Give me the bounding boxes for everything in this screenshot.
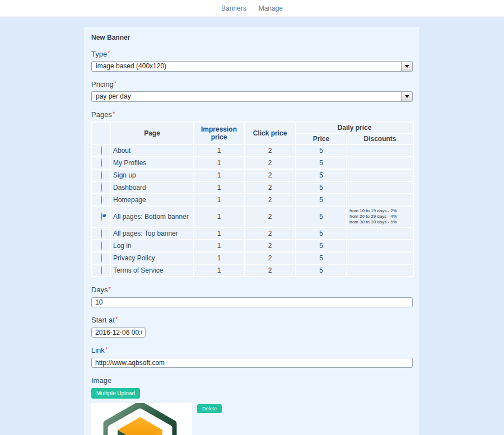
type-select[interactable]: image based (400x120) [91,61,413,72]
page-radio[interactable] [101,229,102,238]
discounts-cell [347,144,413,157]
page-radio[interactable] [101,158,102,167]
page-radio[interactable] [101,171,102,180]
daily-price: 5 [296,194,347,206]
pricing-label: Pricing* [91,80,413,88]
impression-price: 1 [194,181,244,194]
delete-image-button[interactable]: Delete [197,404,222,413]
required-asterisk: * [115,316,118,322]
image-preview-row: Delete [91,403,413,435]
required-asterisk: * [113,110,115,117]
click-price: 2 [244,181,296,194]
discounts-cell [347,194,413,206]
page-name: My Profiles [110,157,194,169]
page-radio[interactable] [101,146,102,155]
discounts-column-header: Discounts [347,133,413,144]
link-input[interactable] [91,358,413,368]
new-banner-panel: New Banner Type* image based (400x120) P… [84,27,419,435]
impression-price: 1 [194,144,244,157]
page-name: Privacy Policy [110,252,194,264]
click-price: 2 [244,264,296,277]
table-row: All pages: Top banner 1 2 5 [92,227,413,240]
page-radio[interactable] [101,254,102,263]
type-field-group: Type* image based (400x120) [91,50,413,72]
page-name: Terms of Service [110,264,194,277]
required-asterisk: * [109,286,111,292]
impression-price: 1 [194,252,244,264]
page-name: About [110,144,194,157]
type-label: Type* [91,50,413,58]
page-radio[interactable] [101,241,102,250]
days-field-group: Days* [91,286,413,307]
nav-item-banners[interactable]: Banners [221,4,246,12]
discounts-cell [347,181,413,194]
top-navbar: Banners Manage [0,0,504,17]
page-radio[interactable] [101,195,102,204]
daily-price: 5 [296,206,347,227]
table-row: Sign up 1 2 5 [92,169,413,181]
daily-price: 5 [296,227,347,240]
daily-price: 5 [296,157,347,169]
page-radio[interactable] [101,183,102,192]
start-at-field-group: Start at* [91,316,413,338]
discount-line: from 10 to 19 days - 2% [349,208,410,214]
image-label: Image [91,376,413,385]
price-column-header: Price [296,133,347,144]
impression-price: 1 [194,227,244,240]
required-asterisk: * [105,346,108,353]
discounts-cell [347,227,413,240]
page: Banners Manage New Banner Type* image ba… [0,0,504,435]
page-name: Dashboard [110,181,194,194]
table-row-selected: All pages: Bottom banner 1 2 5 from 10 t… [92,206,413,227]
daily-price: 5 [296,240,347,252]
daily-price: 5 [296,144,347,157]
discounts-cell: from 10 to 19 days - 2% from 20 to 29 da… [347,206,413,227]
click-column-header: Click price [244,122,296,144]
pricing-select-value: pay per day [92,92,401,101]
discounts-cell [347,264,413,277]
nav-item-manage[interactable]: Manage [259,4,283,12]
click-price: 2 [244,240,296,252]
discounts-cell [347,252,413,264]
page-name: Log in [110,240,194,252]
pricing-select[interactable]: pay per day [91,91,413,102]
impression-price: 1 [194,206,244,227]
discounts-cell [347,157,413,169]
radio-column-header [92,122,110,144]
dropdown-arrow-icon[interactable] [401,62,412,71]
pages-field-group: Pages* Page Impression price Click price… [91,110,413,277]
click-price: 2 [244,252,296,264]
dropdown-arrow-icon[interactable] [401,92,412,101]
required-asterisk: * [108,50,110,57]
page-name: All pages: Bottom banner [110,206,194,227]
click-price: 2 [244,169,296,181]
daily-price: 5 [296,181,347,194]
table-row: Terms of Service 1 2 5 [92,264,413,277]
multiple-upload-button[interactable]: Multiple Upload [91,388,140,399]
discount-line: from 30 to 39 days - 5% [349,219,410,225]
click-price: 2 [244,206,296,227]
table-row: My Profiles 1 2 5 [92,157,413,169]
page-name: All pages: Top banner [110,227,194,240]
table-row: Log in 1 2 5 [92,240,413,252]
cube-logo-image [91,403,192,435]
daily-price: 5 [296,169,347,181]
required-asterisk: * [114,80,116,87]
daily-price-column-header: Daily price [296,122,413,133]
page-title: New Banner [91,34,413,41]
page-name: Sign up [110,169,194,181]
start-at-label: Start at* [91,316,413,324]
page-radio[interactable] [101,266,102,275]
days-input[interactable] [91,297,413,307]
image-field-group: Image Multiple Upload [91,376,413,435]
click-price: 2 [244,194,296,206]
discounts-cell [347,169,413,181]
click-price: 2 [244,157,296,169]
impression-price: 1 [194,264,244,277]
start-at-input[interactable] [91,328,146,338]
pricing-field-group: Pricing* pay per day [91,80,413,102]
daily-price: 5 [296,252,347,264]
page-radio-selected[interactable] [101,212,102,221]
impression-price: 1 [194,157,244,169]
impression-column-header: Impression price [194,122,244,144]
